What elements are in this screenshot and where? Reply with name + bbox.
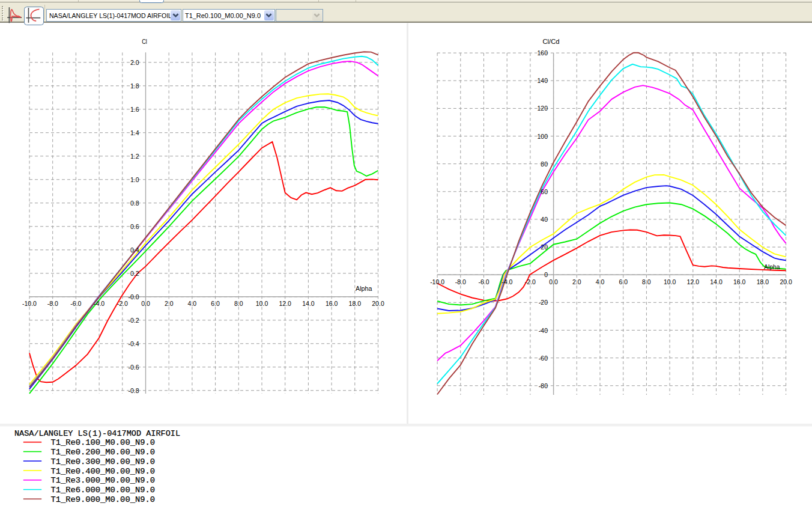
svg-text:-10.0: -10.0 [22,300,37,307]
svg-text:Cl: Cl [142,38,147,45]
svg-text:2.0: 2.0 [165,300,174,307]
svg-text:-0.6: -0.6 [128,364,139,371]
svg-text:16.0: 16.0 [733,278,746,285]
svg-text:0.0: 0.0 [549,278,558,285]
svg-text:-10.0: -10.0 [430,278,444,285]
svg-text:T1_Re3.000_M0.00_N9.0: T1_Re3.000_M0.00_N9.0 [50,476,155,485]
svg-text:8.0: 8.0 [234,300,243,307]
svg-text:1.2: 1.2 [130,153,139,160]
svg-text:160: 160 [537,49,548,56]
svg-text:NASA/LANGLEY LS(1)-0417MOD AIR: NASA/LANGLEY LS(1)-0417MOD AIRFOIL [49,12,172,19]
svg-text:-20: -20 [539,299,548,306]
svg-text:T1_Re0.400_M0.00_N9.0: T1_Re0.400_M0.00_N9.0 [50,467,155,476]
svg-text:Cl/Cd: Cl/Cd [543,38,560,45]
svg-text:1.8: 1.8 [130,82,139,90]
svg-text:-2.0: -2.0 [525,278,536,285]
svg-text:-6.0: -6.0 [478,278,489,285]
svg-text:1.6: 1.6 [130,106,139,113]
svg-text:0: 0 [544,271,548,278]
svg-text:T1_Re0.200_M0.00_N9.0: T1_Re0.200_M0.00_N9.0 [50,448,155,457]
svg-text:0.4: 0.4 [130,246,139,254]
svg-text:-2.0: -2.0 [117,300,128,307]
svg-text:4.0: 4.0 [188,300,197,307]
svg-text:T1_Re0.100_M0.00_N9.0: T1_Re0.100_M0.00_N9.0 [185,12,261,19]
svg-text:-0.2: -0.2 [128,317,139,324]
svg-text:20.0: 20.0 [780,278,792,285]
svg-text:20: 20 [541,243,548,251]
svg-text:-0.4: -0.4 [128,340,139,347]
svg-text:0.0: 0.0 [141,300,150,307]
svg-text:10.0: 10.0 [664,278,676,285]
svg-text:-4.0: -4.0 [501,278,512,285]
svg-text:0.2: 0.2 [130,270,139,277]
svg-text:Alpha: Alpha [764,263,780,270]
svg-text:1.0: 1.0 [130,176,139,183]
svg-text:Alpha: Alpha [356,285,372,292]
svg-text:T1_Re9.000_M0.00_N9.0: T1_Re9.000_M0.00_N9.0 [50,495,155,504]
svg-text:T1_Re6.000_M0.00_N9.0: T1_Re6.000_M0.00_N9.0 [50,486,155,495]
svg-text:T1_Re0.100_M0.00_N9.0: T1_Re0.100_M0.00_N9.0 [50,438,155,447]
svg-text:-8.0: -8.0 [455,278,466,285]
svg-text:-0.0: -0.0 [128,293,139,300]
svg-text:NASA/LANGLEY LS(1)-0417MOD AIR: NASA/LANGLEY LS(1)-0417MOD AIRFOIL [14,429,180,438]
svg-text:16.0: 16.0 [326,300,338,307]
svg-text:8.0: 8.0 [642,278,651,285]
svg-text:-6.0: -6.0 [70,300,81,307]
svg-text:-80: -80 [539,382,548,389]
svg-text:1.4: 1.4 [130,129,139,136]
svg-text:40: 40 [541,216,548,223]
svg-text:0.8: 0.8 [130,200,139,207]
svg-text:10.0: 10.0 [256,300,268,307]
svg-text:0.6: 0.6 [130,223,139,230]
svg-text:12.0: 12.0 [279,300,291,307]
svg-text:T1_Re0.300_M0.00_N9.0: T1_Re0.300_M0.00_N9.0 [50,457,155,466]
svg-text:2.0: 2.0 [130,59,139,66]
svg-text:-4.0: -4.0 [94,300,105,307]
svg-text:18.0: 18.0 [349,300,362,307]
svg-text:-40: -40 [539,327,548,334]
svg-text:100: 100 [537,133,548,140]
svg-text:12.0: 12.0 [687,278,700,285]
svg-text:2.0: 2.0 [572,278,581,285]
svg-text:14.0: 14.0 [710,278,723,285]
svg-text:14.0: 14.0 [302,300,315,307]
svg-text:20.0: 20.0 [372,300,384,307]
svg-text:80: 80 [541,160,548,168]
svg-text:60: 60 [541,188,548,195]
svg-text:18.0: 18.0 [757,278,769,285]
svg-text:-8.0: -8.0 [47,300,58,307]
svg-text:6.0: 6.0 [619,278,628,285]
svg-text:-60: -60 [539,355,548,362]
svg-text:120: 120 [537,105,548,112]
svg-text:-0.8: -0.8 [128,387,139,394]
svg-text:140: 140 [537,77,548,84]
svg-text:4.0: 4.0 [596,278,605,285]
svg-text:6.0: 6.0 [211,300,220,307]
